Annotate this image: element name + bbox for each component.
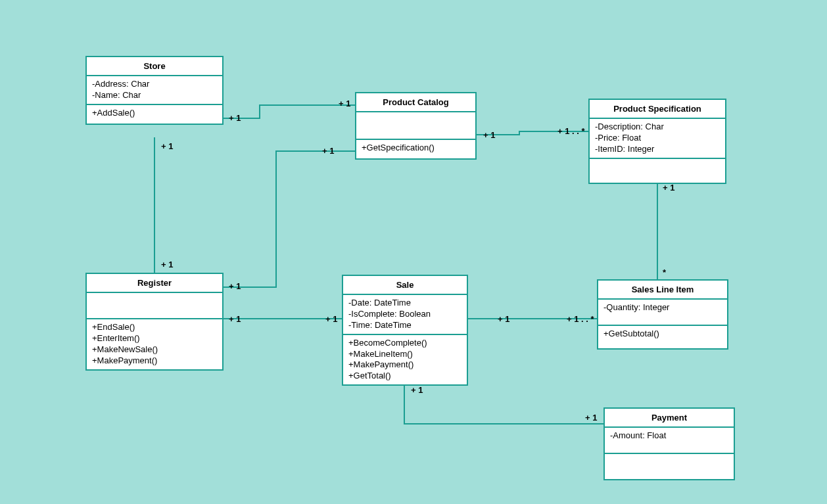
class-product-specification[interactable]: Product Specification -Description: Char… [588, 99, 726, 184]
operation: +EnterItem() [92, 333, 217, 344]
class-operations [605, 454, 734, 479]
attribute: -Quantity: Integer [603, 302, 722, 313]
class-title: Store [87, 57, 222, 76]
attribute: -Amount: Float [610, 430, 728, 442]
operation: +GetSpecification() [362, 143, 470, 154]
multiplicity-label: + 1 [411, 385, 423, 395]
multiplicity-label: + 1 [663, 183, 674, 193]
class-attributes: -Address: Char -Name: Char [87, 76, 222, 105]
multiplicity-label: * [663, 267, 666, 277]
operation: +MakePayment() [348, 359, 461, 371]
multiplicity-label: + 1 . . * [567, 314, 594, 324]
operation: +MakeNewSale() [92, 344, 217, 355]
operation: +EndSale() [92, 322, 217, 333]
operation: +BecomeComplete() [348, 338, 461, 349]
class-register[interactable]: Register +EndSale() +EnterItem() +MakeNe… [85, 273, 224, 371]
class-attributes: -Date: DateTime -IsComplete: Boolean -Ti… [343, 295, 467, 335]
class-attributes: -Description: Char -Price: Float -ItemID… [590, 119, 725, 159]
attribute: -Address: Char [92, 79, 217, 90]
attribute: -Time: DateTime [348, 320, 461, 331]
class-operations: +GetSubtotal() [598, 326, 727, 348]
attribute: -Price: Float [595, 133, 720, 144]
class-title: Register [87, 274, 222, 293]
operation: +GetTotal() [348, 371, 461, 382]
class-product-catalog[interactable]: Product Catalog +GetSpecification() [355, 92, 477, 160]
class-title: Payment [605, 409, 734, 428]
class-sale[interactable]: Sale -Date: DateTime -IsComplete: Boolea… [342, 275, 468, 386]
multiplicity-label: + 1 [229, 314, 241, 324]
multiplicity-label: + 1 [322, 146, 334, 156]
class-payment[interactable]: Payment -Amount: Float [603, 407, 735, 480]
class-title: Sale [343, 276, 467, 295]
multiplicity-label: + 1 [339, 99, 350, 108]
class-attributes: -Amount: Float [605, 428, 734, 454]
multiplicity-label: + 1 [229, 113, 241, 123]
class-operations [590, 159, 725, 183]
attribute: -ItemID: Integer [595, 144, 720, 155]
multiplicity-label: + 1 [498, 314, 509, 324]
operation: +MakePayment() [92, 355, 217, 367]
class-operations: +EndSale() +EnterItem() +MakeNewSale() +… [87, 319, 222, 369]
class-title: Product Specification [590, 100, 725, 119]
class-attributes [356, 112, 475, 140]
class-title: Sales Line Item [598, 281, 727, 300]
class-attributes: -Quantity: Integer [598, 300, 727, 326]
class-operations: +BecomeComplete() +MakeLineItem() +MakeP… [343, 335, 467, 385]
multiplicity-label: + 1 [325, 314, 337, 324]
attribute: -IsComplete: Boolean [348, 309, 461, 320]
class-sales-line-item[interactable]: Sales Line Item -Quantity: Integer +GetS… [597, 279, 728, 350]
class-operations: +GetSpecification() [356, 140, 475, 158]
attribute: -Description: Char [595, 122, 720, 133]
operation: +MakeLineItem() [348, 349, 461, 360]
multiplicity-label: + 1 [161, 141, 173, 151]
uml-canvas: Store -Address: Char -Name: Char +AddSal… [0, 0, 827, 504]
operation: +GetSubtotal() [603, 329, 722, 340]
multiplicity-label: + 1 [483, 130, 495, 140]
operation: +AddSale() [92, 108, 217, 119]
class-attributes [87, 293, 222, 319]
class-store[interactable]: Store -Address: Char -Name: Char +AddSal… [85, 56, 224, 125]
multiplicity-label: + 1 [229, 281, 241, 291]
class-operations: +AddSale() [87, 105, 222, 124]
attribute: -Name: Char [92, 90, 217, 101]
multiplicity-label: + 1 [585, 413, 597, 423]
multiplicity-label: + 1 . . * [557, 126, 585, 136]
class-title: Product Catalog [356, 93, 475, 112]
attribute: -Date: DateTime [348, 298, 461, 309]
multiplicity-label: + 1 [161, 260, 173, 269]
